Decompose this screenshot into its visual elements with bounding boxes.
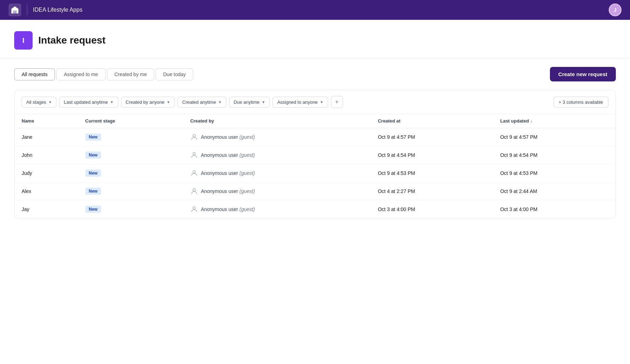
- cell-last-updated: Oct 9 at 4:57 PM: [493, 128, 615, 146]
- user-name: Anonymous user (guest): [201, 206, 255, 212]
- filter-due-label: Due anytime: [234, 99, 260, 105]
- filter-created-at[interactable]: Created anytime ▼: [178, 97, 226, 108]
- user-icon: [190, 133, 198, 141]
- table-header-row: Name Current stage Created by Created at…: [15, 114, 615, 128]
- col-header-current-stage: Current stage: [78, 114, 183, 128]
- table-row[interactable]: JaneNew Anonymous user (guest) Oct 9 at …: [15, 128, 615, 146]
- app-name: IDEA Lifestyle Apps: [33, 7, 83, 13]
- created-by-cell: Anonymous user (guest): [190, 187, 364, 195]
- svg-point-2: [14, 7, 16, 8]
- app-header: IDEA Lifestyle Apps J: [0, 0, 630, 20]
- filter-created-by[interactable]: Created by anyone ▼: [121, 97, 175, 108]
- created-by-cell: Anonymous user (guest): [190, 133, 364, 141]
- cell-name: Jay: [15, 200, 78, 218]
- page-content: I Intake request All requests Assigned t…: [0, 20, 630, 364]
- cell-created-at: Oct 4 at 2:27 PM: [371, 182, 493, 200]
- tab-all-requests[interactable]: All requests: [14, 68, 55, 80]
- sort-down-icon: ↓: [530, 119, 533, 124]
- chevron-down-icon: ▼: [262, 100, 265, 104]
- cell-stage: New: [78, 200, 183, 218]
- tab-assigned-to-me[interactable]: Assigned to me: [56, 68, 106, 80]
- tab-created-by-me[interactable]: Created by me: [107, 68, 154, 80]
- stage-badge: New: [85, 170, 101, 177]
- columns-available-button[interactable]: + 3 columns available: [553, 97, 608, 108]
- user-name: Anonymous user (guest): [201, 170, 255, 176]
- cell-created-by: Anonymous user (guest): [183, 164, 371, 182]
- filters-row: All stages ▼ Last updated anytime ▼ Crea…: [15, 90, 615, 114]
- table-row[interactable]: JayNew Anonymous user (guest) Oct 3 at 4…: [15, 200, 615, 218]
- table-container: All stages ▼ Last updated anytime ▼ Crea…: [14, 90, 616, 218]
- chevron-down-icon: ▼: [218, 100, 222, 104]
- svg-rect-1: [14, 11, 16, 13]
- filter-due[interactable]: Due anytime ▼: [229, 97, 270, 108]
- filter-last-updated[interactable]: Last updated anytime ▼: [59, 97, 118, 108]
- cell-created-at: Oct 9 at 4:57 PM: [371, 128, 493, 146]
- cell-last-updated: Oct 3 at 4:00 PM: [493, 200, 615, 218]
- user-name: Anonymous user (guest): [201, 134, 255, 140]
- cell-created-by: Anonymous user (guest): [183, 128, 371, 146]
- filter-last-updated-label: Last updated anytime: [64, 99, 108, 105]
- user-name: Anonymous user (guest): [201, 188, 255, 194]
- page-title: Intake request: [38, 35, 106, 46]
- stage-badge: New: [85, 188, 101, 195]
- col-header-created-at: Created at: [371, 114, 493, 128]
- app-logo: [9, 4, 21, 16]
- user-guest: (guest): [240, 152, 255, 158]
- col-header-created-by: Created by: [183, 114, 371, 128]
- created-by-cell: Anonymous user (guest): [190, 151, 364, 159]
- svg-point-6: [193, 189, 195, 191]
- user-guest: (guest): [240, 206, 255, 212]
- svg-point-5: [193, 171, 195, 173]
- add-filter-button[interactable]: +: [331, 96, 343, 108]
- svg-point-4: [193, 153, 195, 155]
- table-row[interactable]: AlexNew Anonymous user (guest) Oct 4 at …: [15, 182, 615, 200]
- cell-name: Jane: [15, 128, 78, 146]
- table-row[interactable]: JudyNew Anonymous user (guest) Oct 9 at …: [15, 164, 615, 182]
- filter-stages[interactable]: All stages ▼: [22, 97, 56, 108]
- cell-created-at: Oct 9 at 4:54 PM: [371, 146, 493, 164]
- cell-last-updated: Oct 9 at 4:54 PM: [493, 146, 615, 164]
- user-avatar[interactable]: J: [609, 4, 621, 16]
- cell-created-by: Anonymous user (guest): [183, 146, 371, 164]
- user-guest: (guest): [240, 170, 255, 176]
- tab-due-today[interactable]: Due today: [156, 68, 193, 80]
- svg-point-7: [193, 207, 195, 209]
- col-header-last-updated-label: Last updated: [500, 118, 529, 124]
- data-table: Name Current stage Created by Created at…: [15, 114, 615, 218]
- cell-created-at: Oct 9 at 4:53 PM: [371, 164, 493, 182]
- col-header-last-updated[interactable]: Last updated ↓: [493, 114, 615, 128]
- created-by-cell: Anonymous user (guest): [190, 169, 364, 177]
- user-guest: (guest): [240, 134, 255, 140]
- chevron-down-icon: ▼: [110, 100, 114, 104]
- cell-created-at: Oct 3 at 4:00 PM: [371, 200, 493, 218]
- chevron-down-icon: ▼: [320, 100, 324, 104]
- filter-stages-label: All stages: [26, 99, 46, 105]
- cell-created-by: Anonymous user (guest): [183, 182, 371, 200]
- filter-assigned-to-label: Assigned to anyone: [277, 99, 317, 105]
- user-guest: (guest): [240, 188, 255, 194]
- filter-created-at-label: Created anytime: [182, 99, 216, 105]
- cell-stage: New: [78, 164, 183, 182]
- user-icon: [190, 205, 198, 213]
- cell-last-updated: Oct 9 at 4:53 PM: [493, 164, 615, 182]
- svg-point-3: [193, 135, 195, 137]
- create-new-request-button[interactable]: Create new request: [550, 67, 616, 81]
- table-row[interactable]: JohnNew Anonymous user (guest) Oct 9 at …: [15, 146, 615, 164]
- stage-badge: New: [85, 133, 101, 141]
- cell-stage: New: [78, 128, 183, 146]
- filter-created-by-label: Created by anyone: [126, 99, 165, 105]
- cell-name: John: [15, 146, 78, 164]
- cell-stage: New: [78, 182, 183, 200]
- chevron-down-icon: ▼: [48, 100, 52, 104]
- page-header: I Intake request: [0, 20, 630, 58]
- chevron-down-icon: ▼: [167, 100, 170, 104]
- cell-name: Alex: [15, 182, 78, 200]
- header-divider: [27, 5, 27, 15]
- filter-assigned-to[interactable]: Assigned to anyone ▼: [272, 97, 328, 108]
- cell-stage: New: [78, 146, 183, 164]
- cell-last-updated: Oct 9 at 2:44 AM: [493, 182, 615, 200]
- user-icon: [190, 169, 198, 177]
- user-name: Anonymous user (guest): [201, 152, 255, 158]
- cell-name: Judy: [15, 164, 78, 182]
- header-left: IDEA Lifestyle Apps: [9, 4, 83, 16]
